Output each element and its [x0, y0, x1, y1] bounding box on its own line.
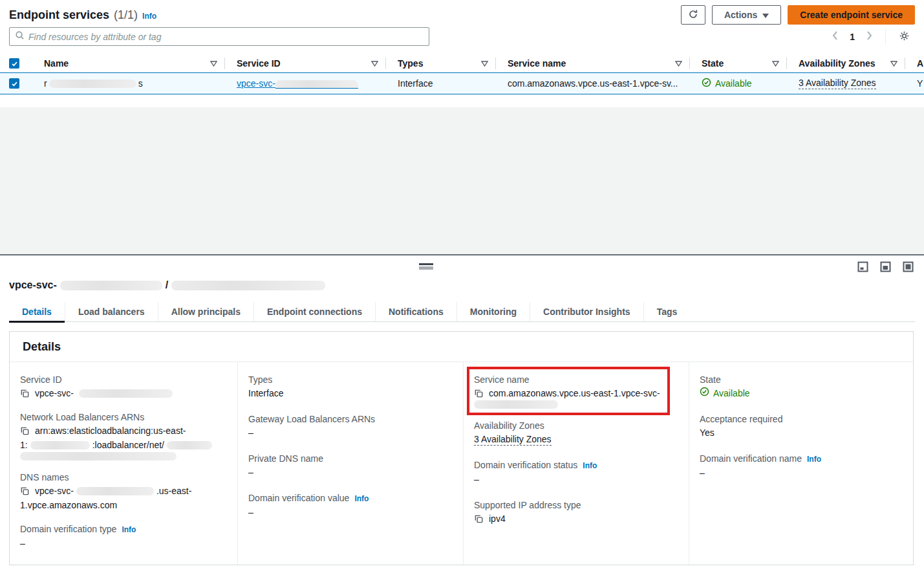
- actions-label: Actions: [724, 10, 757, 20]
- cell-service-id: vpce-svc-: [225, 73, 386, 94]
- info-link[interactable]: Info: [807, 453, 821, 466]
- cell-state: Available: [690, 73, 787, 94]
- field-private-dns-name: Private DNS name –: [248, 452, 450, 479]
- filter-icon[interactable]: [481, 61, 488, 67]
- redacted-text: [20, 452, 177, 460]
- filter-icon[interactable]: [890, 61, 897, 67]
- availability-zones-popover[interactable]: 3 Availability Zones: [799, 78, 876, 89]
- copy-icon[interactable]: [474, 514, 484, 524]
- details-column-2: Types Interface Gateway Load Balancers A…: [237, 362, 463, 565]
- tab-contributor-insights[interactable]: Contributor Insights: [530, 302, 643, 321]
- filter-icon[interactable]: [675, 61, 682, 67]
- refresh-button[interactable]: [681, 5, 705, 25]
- endpoint-services-table: Name Service ID Types Service name State…: [0, 54, 924, 94]
- row-checkbox[interactable]: [9, 78, 19, 89]
- info-link[interactable]: Info: [122, 523, 136, 536]
- redacted-text: [76, 487, 154, 495]
- split-panel-collapse-button[interactable]: [857, 261, 868, 274]
- tab-endpoint-connections[interactable]: Endpoint connections: [253, 302, 375, 321]
- create-endpoint-service-button[interactable]: Create endpoint service: [788, 5, 915, 25]
- copy-icon[interactable]: [20, 426, 30, 436]
- column-header-acceptance-clipped[interactable]: A: [905, 54, 924, 72]
- next-page-button[interactable]: [861, 28, 877, 45]
- refresh-icon: [688, 9, 698, 21]
- field-network-lb-arns: Network Load Balancers ARNs arn:aws:elas…: [20, 411, 224, 460]
- prev-page-icon: [832, 31, 838, 42]
- prev-page-button[interactable]: [827, 28, 843, 45]
- split-panel-half-button[interactable]: [880, 261, 891, 274]
- column-header-availability-zones[interactable]: Availability Zones: [787, 54, 905, 72]
- table-settings-button[interactable]: [894, 28, 915, 46]
- tab-notifications[interactable]: Notifications: [375, 302, 457, 321]
- cell-name: r s: [32, 73, 225, 94]
- field-domain-verification-type: Domain verification type Info –: [20, 523, 224, 550]
- field-domain-verification-name: Domain verification name Info –: [700, 452, 900, 480]
- field-service-id: Service ID vpce-svc-: [20, 373, 224, 400]
- column-header-state[interactable]: State: [690, 54, 787, 72]
- row-select-cell: [0, 73, 32, 94]
- list-header: Endpoint services (1/1) Info Actions: [9, 5, 915, 25]
- tab-monitoring[interactable]: Monitoring: [457, 302, 530, 321]
- header-actions: Actions Create endpoint service: [681, 5, 915, 25]
- info-link[interactable]: Info: [583, 459, 597, 472]
- redacted-text: [275, 80, 358, 89]
- redacted-text: [171, 281, 325, 290]
- state-badge: Available: [713, 386, 750, 400]
- settings-gear-icon: [899, 30, 910, 43]
- filter-icon[interactable]: [772, 61, 779, 67]
- column-header-service-id[interactable]: Service ID: [225, 54, 386, 72]
- field-types: Types Interface: [248, 373, 450, 400]
- info-link[interactable]: Info: [142, 12, 156, 21]
- split-panel-controls: [857, 261, 914, 274]
- status-available-icon: [702, 78, 711, 89]
- tab-allow-principals[interactable]: Allow principals: [158, 302, 253, 321]
- field-supported-ip-type: Supported IP address type ipv4: [474, 499, 676, 526]
- field-availability-zones: Availability Zones 3 Availability Zones: [474, 419, 676, 446]
- cell-service-name: com.amazonaws.vpce.us-east-1.vpce-sv...: [496, 73, 690, 94]
- redacted-text: [79, 389, 173, 398]
- availability-zones-popover[interactable]: 3 Availability Zones: [474, 434, 552, 446]
- copy-icon[interactable]: [20, 389, 30, 398]
- actions-button[interactable]: Actions: [712, 5, 781, 25]
- content-background: [0, 107, 924, 254]
- select-all-cell: [0, 54, 32, 72]
- drag-handle-icon[interactable]: [419, 263, 433, 270]
- tab-tags[interactable]: Tags: [643, 302, 691, 321]
- details-column-1: Service ID vpce-svc- Network Load Balanc…: [10, 362, 237, 565]
- copy-icon[interactable]: [20, 486, 30, 496]
- search-box[interactable]: [9, 27, 429, 46]
- field-state: State Available: [700, 373, 900, 400]
- column-header-service-name[interactable]: Service name: [496, 54, 690, 72]
- field-gateway-lb-arns: Gateway Load Balancers ARNs –: [248, 413, 450, 440]
- tab-details[interactable]: Details: [9, 302, 65, 321]
- tab-load-balancers[interactable]: Load balancers: [65, 302, 158, 321]
- create-label: Create endpoint service: [800, 10, 903, 20]
- details-column-3: Service name com.amazonaws.vpce.us-east-…: [463, 362, 689, 565]
- filter-icon[interactable]: [371, 61, 378, 67]
- column-header-types[interactable]: Types: [386, 54, 496, 72]
- service-id-link[interactable]: vpce-svc-: [237, 78, 358, 89]
- split-panel-title: vpce-svc- /: [9, 279, 325, 291]
- resource-count: (1/1): [114, 8, 138, 22]
- redacted-text: [49, 80, 136, 88]
- status-available-icon: [700, 386, 709, 400]
- info-link[interactable]: Info: [354, 492, 369, 505]
- split-panel-full-icon: [903, 261, 914, 274]
- cell-acceptance-clipped: Y: [905, 73, 924, 94]
- redacted-text: [60, 281, 162, 290]
- field-dns-names: DNS names vpce-svc- .us-east- 1.vpce.ama…: [20, 471, 224, 512]
- current-page-number[interactable]: 1: [846, 32, 859, 42]
- cell-availability-zones: 3 Availability Zones: [787, 73, 905, 94]
- split-panel-full-button[interactable]: [903, 261, 914, 274]
- split-panel-collapse-icon: [857, 261, 868, 274]
- copy-icon[interactable]: [474, 389, 484, 398]
- search-input[interactable]: [28, 32, 424, 42]
- filter-icon[interactable]: [210, 61, 217, 67]
- redacted-text: [30, 441, 90, 449]
- table-row[interactable]: r s vpce-svc- Interface com.amazonaws.vp…: [0, 72, 924, 94]
- column-header-name[interactable]: Name: [32, 54, 225, 72]
- select-all-checkbox[interactable]: [9, 58, 19, 69]
- detail-tabs: Details Load balancers Allow principals …: [9, 302, 915, 322]
- field-domain-verification-value: Domain verification value Info –: [248, 492, 450, 519]
- table-header-row: Name Service ID Types Service name State…: [0, 54, 924, 72]
